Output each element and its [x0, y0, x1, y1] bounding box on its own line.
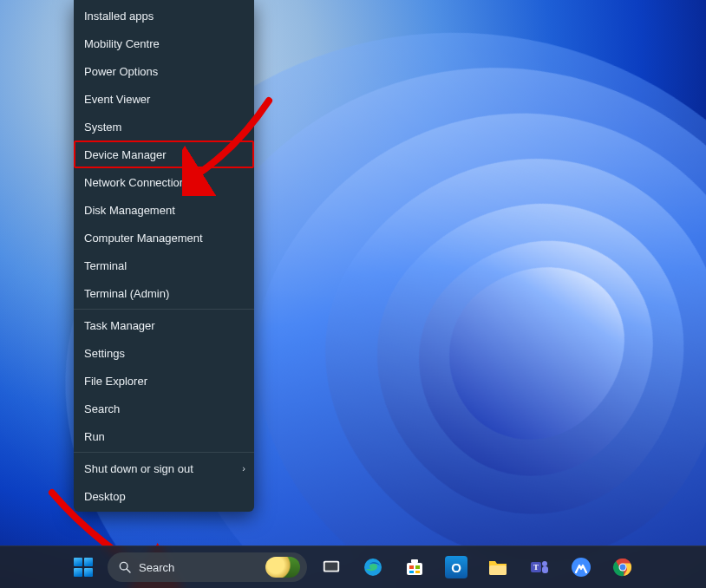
- menu-item-installed-apps[interactable]: Installed apps: [74, 2, 254, 29]
- menu-item-search[interactable]: Search: [74, 395, 254, 422]
- svg-text:T: T: [533, 563, 539, 572]
- menu-item-network-connections[interactable]: Network Connections: [74, 168, 254, 196]
- menu-item-terminal-admin[interactable]: Terminal (Admin): [74, 279, 254, 307]
- file-explorer-button[interactable]: [480, 550, 515, 585]
- menu-item-label: Terminal: [84, 260, 127, 271]
- menu-item-run[interactable]: Run: [74, 422, 254, 450]
- menu-item-computer-management[interactable]: Computer Management: [74, 224, 254, 252]
- svg-rect-7: [409, 565, 414, 569]
- menu-item-label: Event Viewer: [84, 94, 150, 105]
- menu-item-terminal[interactable]: Terminal: [74, 252, 254, 279]
- file-explorer-icon: [487, 558, 508, 577]
- menu-item-device-manager[interactable]: Device Manager: [74, 140, 254, 168]
- svg-rect-9: [409, 571, 414, 573]
- microsoft-store-button[interactable]: [397, 550, 432, 585]
- taskbar: Search O: [0, 546, 706, 588]
- menu-item-desktop[interactable]: Desktop: [74, 482, 254, 510]
- menu-item-shut-down-or-sign-out[interactable]: Shut down or sign out›: [74, 454, 254, 482]
- edge-button[interactable]: [356, 550, 390, 585]
- menu-item-disk-management[interactable]: Disk Management: [74, 196, 254, 224]
- menu-item-label: Device Manager: [84, 149, 167, 160]
- menu-item-label: Shut down or sign out: [84, 463, 193, 474]
- nordvpn-button[interactable]: [564, 550, 598, 585]
- outlook-icon: O: [445, 556, 467, 578]
- svg-point-14: [542, 561, 547, 566]
- svg-rect-6: [411, 559, 418, 563]
- menu-item-label: Power Options: [84, 66, 158, 77]
- menu-item-mobility-centre[interactable]: Mobility Centre: [74, 29, 254, 57]
- menu-item-system[interactable]: System: [74, 113, 254, 140]
- svg-rect-11: [489, 565, 507, 575]
- store-icon: [404, 557, 425, 578]
- menu-item-label: Terminal (Admin): [84, 288, 169, 299]
- menu-item-label: Run: [84, 431, 105, 442]
- menu-item-event-viewer[interactable]: Event Viewer: [74, 85, 254, 113]
- menu-separator: [74, 452, 254, 453]
- windows-logo-icon: [74, 558, 93, 577]
- search-highlight-art: [265, 557, 300, 578]
- svg-rect-10: [415, 571, 420, 573]
- chrome-icon: [612, 557, 633, 578]
- svg-rect-3: [325, 563, 338, 571]
- teams-button[interactable]: T: [522, 550, 557, 585]
- teams-icon: T: [529, 557, 550, 578]
- menu-item-label: Mobility Centre: [84, 38, 160, 49]
- task-view-button[interactable]: [314, 550, 349, 585]
- outlook-button[interactable]: O: [439, 550, 474, 585]
- menu-item-label: Computer Management: [84, 232, 203, 244]
- menu-item-label: File Explorer: [84, 376, 147, 387]
- search-icon: [118, 560, 132, 574]
- menu-item-label: Disk Management: [84, 205, 175, 216]
- chrome-button[interactable]: [605, 550, 640, 585]
- taskbar-search[interactable]: Search: [108, 552, 307, 582]
- svg-rect-5: [407, 563, 422, 575]
- menu-item-settings[interactable]: Settings: [74, 339, 254, 367]
- menu-item-label: Network Connections: [84, 177, 192, 188]
- menu-item-power-options[interactable]: Power Options: [74, 57, 254, 85]
- svg-line-1: [127, 569, 130, 572]
- search-placeholder-text: Search: [139, 561, 258, 574]
- svg-point-19: [620, 565, 626, 571]
- menu-item-label: Settings: [84, 348, 125, 359]
- menu-item-label: Task Manager: [84, 320, 155, 331]
- edge-icon: [363, 557, 383, 578]
- winx-context-menu: Installed appsMobility CentrePower Optio…: [74, 0, 254, 512]
- menu-item-label: Desktop: [84, 491, 126, 502]
- svg-rect-15: [542, 566, 548, 573]
- task-view-icon: [322, 558, 341, 577]
- menu-item-label: Search: [84, 403, 120, 415]
- menu-item-file-explorer[interactable]: File Explorer: [74, 367, 254, 395]
- chevron-right-icon: ›: [242, 464, 245, 474]
- menu-item-label: Installed apps: [84, 10, 154, 22]
- nordvpn-icon: [571, 557, 592, 578]
- menu-item-label: System: [84, 121, 121, 133]
- menu-separator: [74, 309, 254, 310]
- svg-rect-8: [415, 565, 420, 569]
- start-button[interactable]: [66, 550, 101, 585]
- menu-item-task-manager[interactable]: Task Manager: [74, 311, 254, 339]
